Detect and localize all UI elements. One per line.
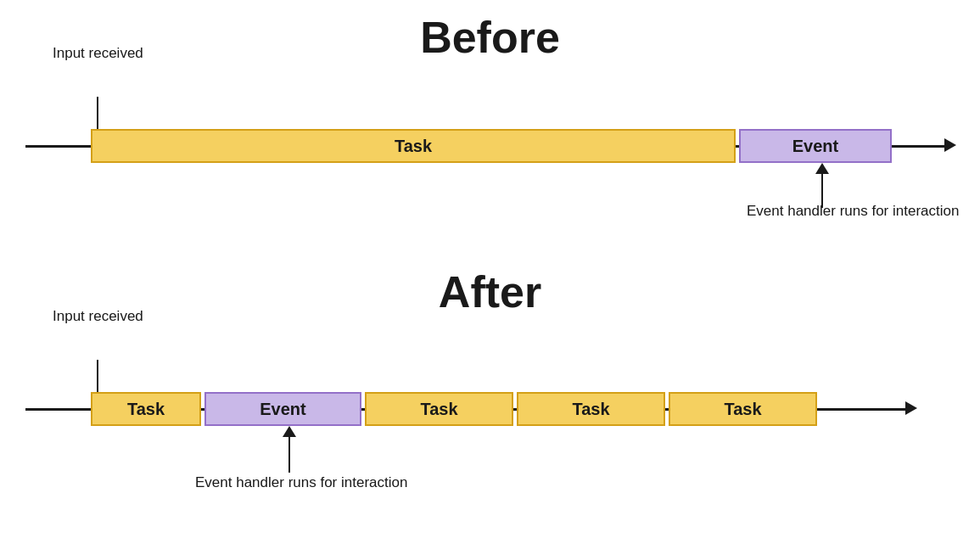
after-task-box-1: Task	[91, 392, 201, 426]
before-timeline-right	[892, 145, 949, 148]
before-task-box: Task	[91, 129, 736, 163]
before-timeline-left	[25, 145, 91, 148]
before-title: Before	[420, 15, 560, 59]
before-timeline-arrow	[944, 138, 956, 152]
after-task-box-3: Task	[517, 392, 665, 426]
after-timeline-left	[25, 408, 91, 411]
before-event-handler-label: Event handler runs for interaction	[747, 202, 959, 221]
after-title: After	[439, 270, 541, 314]
after-task-box-2: Task	[365, 392, 513, 426]
after-input-received-label: Input received	[53, 307, 143, 326]
before-input-received-label: Input received	[53, 44, 143, 63]
after-event-box: Event	[204, 392, 361, 426]
after-event-handler-arrow	[283, 426, 296, 473]
after-timeline-right	[817, 408, 910, 411]
diagram-container: Before Input received Task Event	[0, 0, 980, 549]
after-timeline-arrow	[905, 401, 917, 415]
after-event-handler-label: Event handler runs for interaction	[195, 473, 407, 492]
before-section: Before Input received Task Event	[0, 8, 980, 263]
before-event-box: Event	[739, 129, 892, 163]
after-task-box-4: Task	[669, 392, 817, 426]
after-section: After Input received Task Event Task	[0, 263, 980, 543]
